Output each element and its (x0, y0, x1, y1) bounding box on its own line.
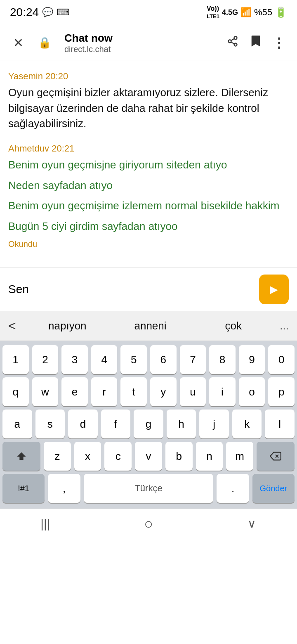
key-o[interactable]: o (239, 377, 265, 406)
toolbar-actions: ⋮ (223, 33, 289, 53)
more-icon: ⋮ (272, 35, 285, 51)
key-t[interactable]: t (120, 377, 147, 406)
message-read-status: Okundu (8, 239, 289, 249)
keyboard-bottom-row: !#1 , Türkçe . Gönder (2, 474, 295, 503)
send-icon: ► (267, 282, 280, 297)
share-icon (227, 36, 238, 50)
autocomplete-word-1[interactable]: napıyon (26, 320, 109, 332)
status-time: 20:24 💬 ⌨ (10, 6, 70, 19)
page-title: Chat now (64, 32, 213, 45)
time-display: 20:24 (10, 6, 39, 19)
status-bar: 20:24 💬 ⌨ Vo))LTE1 4.5G 📶 %55 🔋 (0, 0, 297, 25)
browser-toolbar: ✕ 🔒 Chat now direct.lc.chat ⋮ (0, 25, 297, 61)
key-z[interactable]: z (44, 442, 71, 471)
input-area: ► (0, 268, 297, 311)
autocomplete-more-button[interactable]: ... (275, 320, 289, 332)
key-1[interactable]: 1 (2, 345, 29, 374)
key-a[interactable]: a (2, 410, 32, 438)
key-5[interactable]: 5 (120, 345, 147, 374)
keyboard: 1 2 3 4 5 6 7 8 9 0 q w e r t y u i o p … (0, 341, 297, 509)
message-line-4: Bugün 5 ciyi girdim sayfadan atıyoo (8, 219, 289, 234)
key-i[interactable]: i (209, 377, 236, 406)
battery-percent: %55 (254, 7, 272, 18)
key-d[interactable]: d (68, 410, 98, 438)
battery-icon: 🔋 (275, 7, 287, 18)
nav-home-button[interactable]: ○ (136, 511, 161, 536)
message-line-2: Neden sayfadan atıyo (8, 178, 289, 194)
nav-home-icon: ○ (144, 515, 153, 533)
nav-menu-button[interactable]: ||| (33, 511, 58, 536)
share-button[interactable] (223, 33, 243, 53)
more-button[interactable]: ⋮ (269, 33, 289, 53)
close-icon: ✕ (13, 36, 24, 50)
key-m[interactable]: m (226, 442, 253, 471)
shift-key[interactable] (2, 442, 40, 471)
key-j[interactable]: j (199, 410, 229, 438)
period-key[interactable]: . (217, 474, 249, 503)
key-c[interactable]: c (104, 442, 132, 471)
message-line-1: Benim oyun geçmisjne giriyorum siteden a… (8, 157, 289, 173)
key-x[interactable]: x (74, 442, 101, 471)
nav-menu-icon: ||| (40, 517, 50, 531)
autocomplete-bar: < napıyon anneni çok ... (0, 311, 297, 341)
message-sender-ahmetduv: Ahmetduv 20:21 (8, 143, 289, 154)
key-n[interactable]: n (196, 442, 223, 471)
message-text-yasemin: Oyun geçmişini bizler aktaramıyoruz sizl… (8, 85, 289, 132)
page-url: direct.lc.chat (64, 45, 213, 54)
send-key[interactable]: Gönder (252, 474, 295, 503)
key-l[interactable]: l (265, 410, 295, 438)
svg-line-3 (231, 42, 234, 44)
message-icon: 💬 (42, 7, 53, 18)
keyboard-row-2: a s d f g h j k l (2, 410, 295, 438)
send-key-label: Gönder (260, 484, 288, 493)
status-icons: Vo))LTE1 4.5G 📶 %55 🔋 (207, 5, 287, 20)
bookmark-icon (250, 35, 262, 51)
key-f[interactable]: f (101, 410, 131, 438)
key-y[interactable]: y (150, 377, 177, 406)
key-3[interactable]: 3 (61, 345, 88, 374)
nav-back-icon: ∨ (248, 517, 256, 530)
key-e[interactable]: e (61, 377, 88, 406)
backspace-key[interactable] (257, 442, 295, 471)
chat-area: Yasemin 20:20 Oyun geçmişini bizler akta… (0, 61, 297, 268)
key-4[interactable]: 4 (91, 345, 118, 374)
key-s[interactable]: s (35, 410, 65, 438)
message-group-ahmetduv: Ahmetduv 20:21 Benim oyun geçmisjne giri… (8, 143, 289, 249)
bookmark-button[interactable] (246, 33, 266, 53)
message-sender-yasemin: Yasemin 20:20 (8, 71, 289, 82)
key-k[interactable]: k (232, 410, 262, 438)
key-r[interactable]: r (91, 377, 118, 406)
comma-key[interactable]: , (48, 474, 80, 503)
nav-back-button[interactable]: ∨ (239, 511, 264, 536)
message-input[interactable] (8, 279, 254, 299)
autocomplete-word-2[interactable]: anneni (109, 320, 192, 332)
key-9[interactable]: 9 (239, 345, 265, 374)
key-8[interactable]: 8 (209, 345, 236, 374)
space-key[interactable]: Türkçe (84, 474, 213, 503)
key-b[interactable]: b (165, 442, 193, 471)
nav-bar: ||| ○ ∨ (0, 509, 297, 538)
keyboard-number-row: 1 2 3 4 5 6 7 8 9 0 (2, 345, 295, 374)
symbol-key[interactable]: !#1 (2, 474, 45, 503)
autocomplete-word-3[interactable]: çok (192, 320, 275, 332)
key-q[interactable]: q (2, 377, 29, 406)
key-w[interactable]: w (32, 377, 59, 406)
address-bar[interactable]: Chat now direct.lc.chat (61, 32, 216, 54)
send-button[interactable]: ► (259, 275, 289, 304)
network-label: 4.5G (222, 8, 238, 17)
close-button[interactable]: ✕ (8, 33, 28, 53)
key-v[interactable]: v (135, 442, 162, 471)
key-2[interactable]: 2 (32, 345, 59, 374)
key-0[interactable]: 0 (268, 345, 295, 374)
key-6[interactable]: 6 (150, 345, 177, 374)
key-7[interactable]: 7 (180, 345, 206, 374)
key-u[interactable]: u (180, 377, 206, 406)
keyboard-icon: ⌨ (57, 7, 70, 18)
lock-button: 🔒 (35, 33, 54, 53)
message-group-yasemin: Yasemin 20:20 Oyun geçmişini bizler akta… (8, 71, 289, 132)
key-p[interactable]: p (268, 377, 295, 406)
svg-line-4 (231, 39, 234, 41)
autocomplete-back-button[interactable]: < (8, 318, 26, 334)
key-g[interactable]: g (134, 410, 163, 438)
key-h[interactable]: h (167, 410, 196, 438)
